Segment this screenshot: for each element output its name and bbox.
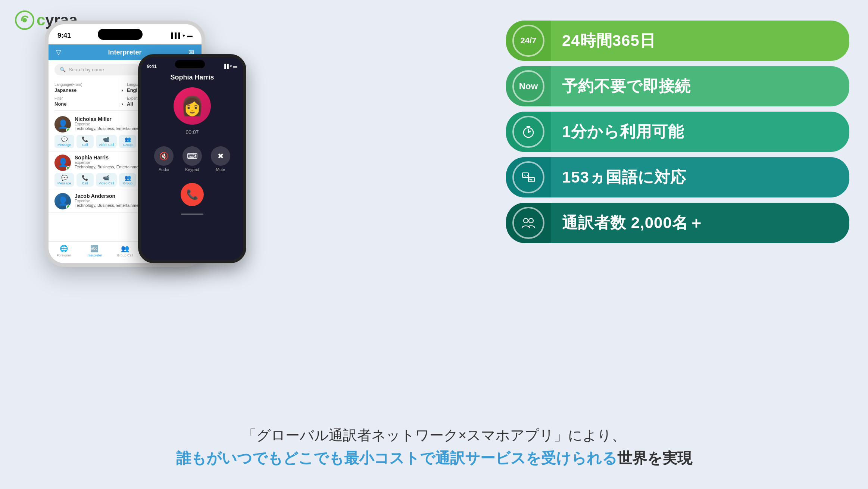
caller-avatar-wrap: 👩: [141, 87, 243, 125]
feature-row-4: A 文 153ヵ国語に対応: [506, 157, 849, 197]
call-icon: 📞: [82, 136, 88, 142]
ctrl-mute[interactable]: ✖ Mute: [211, 146, 230, 172]
feature-row-3: 1分から利用可能: [506, 112, 849, 152]
message-btn-sophia[interactable]: 💬 Message: [54, 173, 74, 187]
bottom-line1: 「グローバル通訳者ネットワーク×スマホアプリ」により、: [0, 426, 868, 445]
battery-icon: ▬: [187, 32, 193, 38]
svg-point-12: [529, 218, 533, 223]
nav-foreigner-label: Foreigner: [57, 253, 71, 257]
nav-interpreter-label: Interpreter: [87, 253, 102, 257]
message-btn-nicholas[interactable]: 💬 Message: [54, 135, 74, 148]
group-icon-s: 👥: [125, 175, 131, 181]
filter-expertise-value: All: [127, 101, 133, 107]
call-status-bar: 9:41 ▐▐ ▾ ▬: [141, 57, 243, 74]
search-icon: 🔍: [60, 67, 66, 72]
group-icon: 👥: [125, 136, 131, 142]
feature-icon-wrap-5: [506, 203, 551, 243]
filter-language-from[interactable]: Language(From) Japanese ›: [54, 81, 123, 93]
feature-icon-wrap-4: A 文: [506, 157, 551, 197]
call-duration: 00:07: [141, 129, 243, 135]
group-btn-nicholas[interactable]: 👥 Group: [119, 135, 136, 148]
bottom-line2-highlight: 誰もがいつでもどこでも最小コストで通訳サービスを受けられる: [176, 450, 617, 466]
feature-row-1: 24/7 24時間365日: [506, 21, 849, 61]
feature-text-4: 153ヵ国語に対応: [551, 167, 849, 188]
video-btn-nicholas[interactable]: 📹 Video Call: [96, 135, 117, 148]
home-indicator: [181, 214, 203, 215]
phone-call: 9:41 ▐▐ ▾ ▬ Sophia Harris 👩 00:07 🔇 Audi…: [138, 54, 246, 263]
group-label: Group: [123, 143, 132, 147]
svg-text:A: A: [524, 174, 526, 177]
call-btn-sophia[interactable]: 📞 Call: [77, 173, 94, 187]
online-status-nicholas: [66, 128, 71, 132]
call-btn-nicholas[interactable]: 📞 Call: [77, 135, 94, 148]
bottom-line2: 誰もがいつでもどこでも最小コストで通訳サービスを受けられる世界を実現: [0, 448, 868, 468]
chevron-right-icon-3: ›: [122, 101, 123, 107]
search-placeholder: Search by name: [69, 67, 104, 72]
filter-icon[interactable]: ▽: [56, 48, 61, 56]
feature-icon-language: A 文: [512, 161, 544, 193]
call-label-s: Call: [82, 181, 88, 185]
dynamic-island: [98, 29, 143, 40]
message-icon: 💬: [61, 136, 68, 142]
video-icon-s: 📹: [103, 175, 109, 181]
status-bar: 9:41 ▐▐▐ ▾ ▬: [49, 24, 202, 44]
call-icon-s: 📞: [82, 175, 88, 181]
ctrl-audio-circle: 🔇: [154, 146, 174, 166]
ctrl-keypad-label: Keypad: [185, 167, 199, 172]
group-btn-sophia[interactable]: 👥 Group: [119, 173, 136, 187]
feature-text-5: 通訳者数 2,000名＋: [551, 212, 849, 233]
avatar-jacob: 👤: [54, 193, 71, 209]
svg-point-1: [22, 18, 27, 22]
ctrl-audio-label: Audio: [159, 167, 169, 172]
group-call-icon: 👥: [121, 244, 129, 253]
features-panel: 24/7 24時間365日 Now 予約不要で即接続 1分から利用可能: [506, 21, 849, 243]
avatar-sophia: 👤: [54, 155, 71, 171]
caller-name: Sophia Harris: [141, 74, 243, 81]
feature-icon-247: 24/7: [512, 25, 544, 57]
call-label: Call: [82, 143, 88, 147]
feature-icon-now: Now: [512, 70, 544, 102]
ctrl-mute-label: Mute: [216, 167, 225, 172]
nav-group-call[interactable]: 👥 Group Call: [110, 244, 140, 257]
globe-icon: 🌐: [60, 244, 68, 253]
call-status-time: 9:41: [147, 63, 157, 69]
ctrl-audio[interactable]: 🔇 Audio: [154, 146, 174, 172]
video-label-s: Video Call: [99, 181, 114, 185]
wifi-icon: ▾: [182, 32, 185, 38]
status-icons: ▐▐▐ ▾ ▬: [169, 32, 193, 38]
end-call-button[interactable]: 📞: [181, 183, 204, 206]
message-icon-s: 💬: [61, 175, 68, 181]
feature-text-2: 予約不要で即接続: [551, 76, 849, 97]
call-status-icons: ▐▐ ▾ ▬: [223, 64, 237, 69]
bottom-text: 「グローバル通訳者ネットワーク×スマホアプリ」により、 誰もがいつでもどこでも最…: [0, 426, 868, 468]
message-label: Message: [57, 143, 71, 147]
video-icon: 📹: [103, 136, 109, 142]
bottom-line2-suffix: 世界を実現: [617, 450, 692, 466]
feature-icon-timer: [512, 116, 544, 148]
feature-icon-wrap-2: Now: [506, 66, 551, 106]
translate-icon: 🔤: [90, 244, 99, 253]
online-status-jacob: [66, 205, 71, 209]
feature-row-5: 通訳者数 2,000名＋: [506, 203, 849, 243]
nav-interpreter[interactable]: 🔤 Interpreter: [79, 244, 110, 257]
filter-filter-value: None: [54, 101, 67, 107]
chevron-right-icon: ›: [122, 87, 123, 93]
caller-avatar: 👩: [174, 87, 211, 125]
ctrl-keypad[interactable]: ⌨ Keypad: [182, 146, 202, 172]
call-end-area: 📞: [141, 183, 243, 206]
video-btn-sophia[interactable]: 📹 Video Call: [96, 173, 117, 187]
video-label: Video Call: [99, 143, 114, 147]
nav-foreigner[interactable]: 🌐 Foreigner: [49, 244, 79, 257]
filter-filter[interactable]: Filter None ›: [54, 94, 123, 107]
call-dynamic-island: [175, 60, 205, 68]
avatar-nicholas: 👤: [54, 116, 71, 133]
svg-text:文: 文: [530, 178, 533, 182]
filter-filter-label: Filter: [54, 96, 63, 100]
filter-from-value: Japanese: [54, 87, 77, 93]
feature-icon-wrap-1: 24/7: [506, 21, 551, 61]
call-controls: 🔇 Audio ⌨ Keypad ✖ Mute: [141, 146, 243, 172]
phones-area: 9:41 ▐▐▐ ▾ ▬ ▽ Interpreter ✉ 🔍 Search by…: [45, 21, 239, 274]
message-label-s: Message: [57, 181, 71, 185]
signal-icon: ▐▐▐: [169, 32, 180, 38]
svg-point-11: [524, 218, 528, 223]
